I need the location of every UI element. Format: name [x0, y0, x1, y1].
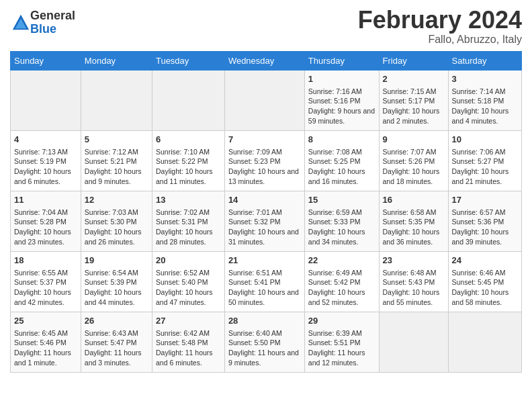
- day-of-week-header: Sunday: [11, 51, 81, 70]
- day-info: Sunrise: 7:13 AM Sunset: 5:19 PM Dayligh…: [14, 147, 77, 187]
- day-number: 16: [383, 194, 445, 206]
- day-of-week-header: Thursday: [304, 51, 379, 70]
- day-number: 28: [228, 315, 301, 327]
- day-number: 1: [308, 73, 375, 85]
- calendar-cell: 9Sunrise: 7:07 AM Sunset: 5:26 PM Daylig…: [379, 130, 448, 191]
- calendar-cell: [379, 312, 448, 372]
- calendar-week-row: 18Sunrise: 6:55 AM Sunset: 5:37 PM Dayli…: [11, 251, 522, 312]
- day-number: 14: [228, 194, 301, 206]
- day-info: Sunrise: 6:58 AM Sunset: 5:35 PM Dayligh…: [383, 208, 445, 247]
- day-number: 12: [85, 194, 148, 206]
- day-info: Sunrise: 6:42 AM Sunset: 5:48 PM Dayligh…: [156, 328, 221, 368]
- calendar-cell: 28Sunrise: 6:40 AM Sunset: 5:50 PM Dayli…: [224, 312, 304, 372]
- calendar-cell: 17Sunrise: 6:57 AM Sunset: 5:36 PM Dayli…: [448, 191, 522, 251]
- day-info: Sunrise: 7:08 AM Sunset: 5:25 PM Dayligh…: [308, 147, 375, 187]
- day-number: 17: [452, 194, 519, 206]
- calendar-cell: 12Sunrise: 7:03 AM Sunset: 5:30 PM Dayli…: [81, 191, 152, 251]
- day-number: 3: [452, 73, 519, 85]
- calendar-cell: 18Sunrise: 6:55 AM Sunset: 5:37 PM Dayli…: [11, 251, 81, 312]
- day-of-week-header: Saturday: [448, 51, 522, 70]
- calendar-cell: 24Sunrise: 6:46 AM Sunset: 5:45 PM Dayli…: [448, 251, 522, 312]
- calendar-week-row: 1Sunrise: 7:16 AM Sunset: 5:16 PM Daylig…: [11, 70, 522, 130]
- calendar-cell: [81, 70, 152, 130]
- page-header: General Blue February 2024 Fallo, Abruzz…: [10, 7, 522, 46]
- day-info: Sunrise: 6:49 AM Sunset: 5:42 PM Dayligh…: [308, 268, 375, 308]
- day-info: Sunrise: 7:15 AM Sunset: 5:17 PM Dayligh…: [383, 87, 445, 126]
- day-info: Sunrise: 7:12 AM Sunset: 5:21 PM Dayligh…: [85, 147, 148, 187]
- calendar-cell: 20Sunrise: 6:52 AM Sunset: 5:40 PM Dayli…: [152, 251, 224, 312]
- calendar-cell: 27Sunrise: 6:42 AM Sunset: 5:48 PM Dayli…: [152, 312, 224, 372]
- calendar-header-row: SundayMondayTuesdayWednesdayThursdayFrid…: [11, 51, 522, 70]
- day-info: Sunrise: 6:51 AM Sunset: 5:41 PM Dayligh…: [228, 268, 301, 308]
- month-title: February 2024: [358, 7, 522, 34]
- day-number: 21: [228, 255, 301, 267]
- day-info: Sunrise: 6:52 AM Sunset: 5:40 PM Dayligh…: [156, 268, 221, 308]
- day-number: 10: [452, 134, 519, 146]
- day-number: 26: [85, 315, 148, 327]
- logo-blue-text: Blue: [30, 23, 75, 36]
- day-info: Sunrise: 7:09 AM Sunset: 5:23 PM Dayligh…: [228, 147, 301, 187]
- logo-icon: [11, 13, 30, 32]
- calendar-week-row: 11Sunrise: 7:04 AM Sunset: 5:28 PM Dayli…: [11, 191, 522, 251]
- day-info: Sunrise: 7:04 AM Sunset: 5:28 PM Dayligh…: [14, 208, 77, 247]
- day-number: 25: [14, 315, 77, 327]
- day-number: 15: [308, 194, 375, 206]
- day-number: 4: [14, 134, 77, 146]
- day-info: Sunrise: 6:57 AM Sunset: 5:36 PM Dayligh…: [452, 208, 519, 247]
- calendar-cell: 25Sunrise: 6:45 AM Sunset: 5:46 PM Dayli…: [11, 312, 81, 372]
- logo: General Blue: [10, 9, 75, 36]
- day-number: 13: [156, 194, 221, 206]
- title-section: February 2024 Fallo, Abruzzo, Italy: [358, 7, 522, 46]
- day-info: Sunrise: 7:02 AM Sunset: 5:31 PM Dayligh…: [156, 208, 221, 247]
- calendar-cell: 21Sunrise: 6:51 AM Sunset: 5:41 PM Dayli…: [224, 251, 304, 312]
- day-info: Sunrise: 7:03 AM Sunset: 5:30 PM Dayligh…: [85, 208, 148, 247]
- day-number: 18: [14, 255, 77, 267]
- logo-text: General Blue: [30, 9, 75, 36]
- day-of-week-header: Tuesday: [152, 51, 224, 70]
- day-number: 20: [156, 255, 221, 267]
- day-info: Sunrise: 6:55 AM Sunset: 5:37 PM Dayligh…: [14, 268, 77, 308]
- day-number: 5: [85, 134, 148, 146]
- day-number: 19: [85, 255, 148, 267]
- calendar-cell: 7Sunrise: 7:09 AM Sunset: 5:23 PM Daylig…: [224, 130, 304, 191]
- calendar-cell: [11, 70, 81, 130]
- calendar-cell: 11Sunrise: 7:04 AM Sunset: 5:28 PM Dayli…: [11, 191, 81, 251]
- location-title: Fallo, Abruzzo, Italy: [358, 34, 522, 46]
- day-info: Sunrise: 7:07 AM Sunset: 5:26 PM Dayligh…: [383, 147, 445, 187]
- day-number: 22: [308, 255, 375, 267]
- day-info: Sunrise: 6:46 AM Sunset: 5:45 PM Dayligh…: [452, 268, 519, 308]
- day-of-week-header: Friday: [379, 51, 448, 70]
- calendar-cell: 26Sunrise: 6:43 AM Sunset: 5:47 PM Dayli…: [81, 312, 152, 372]
- logo-general-text: General: [30, 9, 75, 23]
- day-number: 8: [308, 134, 375, 146]
- day-number: 9: [383, 134, 445, 146]
- calendar-cell: [152, 70, 224, 130]
- day-of-week-header: Wednesday: [224, 51, 304, 70]
- day-number: 6: [156, 134, 221, 146]
- day-info: Sunrise: 7:14 AM Sunset: 5:18 PM Dayligh…: [452, 87, 519, 126]
- calendar-cell: 10Sunrise: 7:06 AM Sunset: 5:27 PM Dayli…: [448, 130, 522, 191]
- day-of-week-header: Monday: [81, 51, 152, 70]
- day-info: Sunrise: 6:39 AM Sunset: 5:51 PM Dayligh…: [308, 328, 375, 368]
- calendar-cell: 16Sunrise: 6:58 AM Sunset: 5:35 PM Dayli…: [379, 191, 448, 251]
- day-number: 27: [156, 315, 221, 327]
- calendar-cell: [224, 70, 304, 130]
- day-info: Sunrise: 7:10 AM Sunset: 5:22 PM Dayligh…: [156, 147, 221, 187]
- day-info: Sunrise: 6:43 AM Sunset: 5:47 PM Dayligh…: [85, 328, 148, 368]
- day-number: 7: [228, 134, 301, 146]
- calendar-week-row: 4Sunrise: 7:13 AM Sunset: 5:19 PM Daylig…: [11, 130, 522, 191]
- calendar-cell: 14Sunrise: 7:01 AM Sunset: 5:32 PM Dayli…: [224, 191, 304, 251]
- day-info: Sunrise: 6:54 AM Sunset: 5:39 PM Dayligh…: [85, 268, 148, 308]
- calendar-cell: 15Sunrise: 6:59 AM Sunset: 5:33 PM Dayli…: [304, 191, 379, 251]
- day-info: Sunrise: 7:06 AM Sunset: 5:27 PM Dayligh…: [452, 147, 519, 187]
- calendar-cell: 5Sunrise: 7:12 AM Sunset: 5:21 PM Daylig…: [81, 130, 152, 191]
- day-number: 24: [452, 255, 519, 267]
- day-info: Sunrise: 6:40 AM Sunset: 5:50 PM Dayligh…: [228, 328, 301, 368]
- day-info: Sunrise: 7:01 AM Sunset: 5:32 PM Dayligh…: [228, 208, 301, 247]
- day-number: 23: [383, 255, 445, 267]
- calendar-cell: 6Sunrise: 7:10 AM Sunset: 5:22 PM Daylig…: [152, 130, 224, 191]
- calendar-cell: 1Sunrise: 7:16 AM Sunset: 5:16 PM Daylig…: [304, 70, 379, 130]
- day-number: 29: [308, 315, 375, 327]
- day-info: Sunrise: 7:16 AM Sunset: 5:16 PM Dayligh…: [308, 87, 375, 126]
- day-info: Sunrise: 6:45 AM Sunset: 5:46 PM Dayligh…: [14, 328, 77, 368]
